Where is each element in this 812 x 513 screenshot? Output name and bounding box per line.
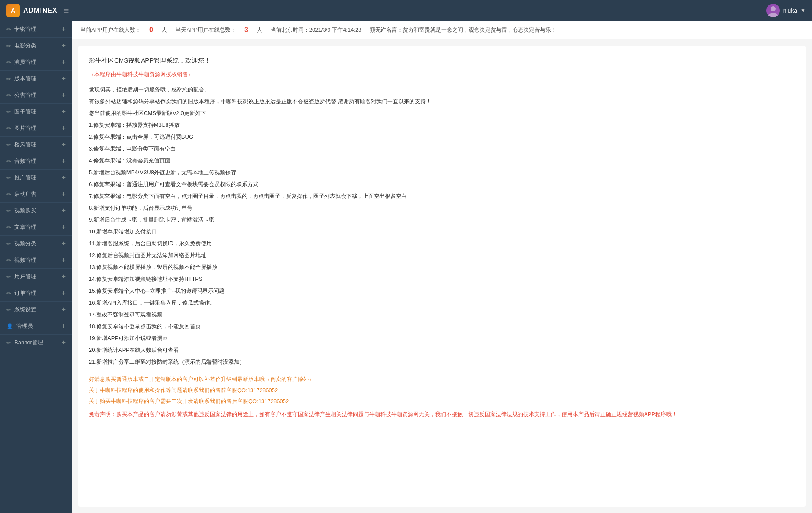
content-line-16: 14.修复安卓端添加视频链接地址不支持HTTPS bbox=[89, 274, 795, 285]
content-line-23: 21.新增推广分享二维码对接防封系统（演示的后端暂时没添加） bbox=[89, 357, 795, 368]
sidebar-add-8[interactable]: + bbox=[62, 157, 66, 165]
sidebar-add-17[interactable]: + bbox=[62, 306, 66, 313]
sidebar-label-6: 图片管理 bbox=[14, 124, 36, 132]
sidebar-item-16[interactable]: ✏ 订单管理 + bbox=[0, 285, 72, 302]
sidebar-add-6[interactable]: + bbox=[62, 124, 66, 132]
sidebar-icon-2: ✏ bbox=[6, 59, 11, 66]
sidebar-item-left-14: ✏ 视频管理 bbox=[6, 256, 36, 264]
sidebar-item-2[interactable]: ✏ 演员管理 + bbox=[0, 54, 72, 71]
sidebar-item-6[interactable]: ✏ 图片管理 + bbox=[0, 120, 72, 137]
sidebar-label-0: 卡密管理 bbox=[14, 25, 36, 33]
sidebar-item-left-12: ✏ 文章管理 bbox=[6, 223, 36, 231]
sidebar-item-1[interactable]: ✏ 电影分类 + bbox=[0, 38, 72, 54]
logo-text: ADMINEX bbox=[23, 7, 58, 14]
sidebar-item-left-16: ✏ 订单管理 bbox=[6, 289, 36, 297]
username-label: niuka bbox=[783, 7, 797, 14]
sidebar-add-12[interactable]: + bbox=[62, 223, 66, 231]
sidebar-item-left-17: ✏ 系统设置 bbox=[6, 306, 36, 313]
sidebar-label-2: 演员管理 bbox=[14, 58, 36, 66]
sidebar-item-left-0: ✏ 卡密管理 bbox=[6, 25, 36, 33]
sidebar-add-15[interactable]: + bbox=[62, 273, 66, 280]
sidebar-add-18[interactable]: + bbox=[62, 322, 66, 330]
sidebar-icon-11: ✏ bbox=[6, 208, 11, 214]
sidebar-item-4[interactable]: ✏ 公告管理 + bbox=[0, 87, 72, 104]
content-line-19: 17.整改不强制登录可观看视频 bbox=[89, 309, 795, 320]
sidebar-item-3[interactable]: ✏ 版本管理 + bbox=[0, 71, 72, 87]
sidebar-item-9[interactable]: ✏ 推广管理 + bbox=[0, 170, 72, 186]
sidebar-label-17: 系统设置 bbox=[14, 306, 36, 313]
sidebar-item-19[interactable]: ✏ Banner管理 + bbox=[0, 335, 72, 351]
content-subtitle: （本程序由牛咖科技牛咖资源网授权销售） bbox=[89, 69, 795, 80]
sidebar-add-1[interactable]: + bbox=[62, 42, 66, 49]
sidebar-add-11[interactable]: + bbox=[62, 207, 66, 214]
sidebar-item-7[interactable]: ✏ 楼凤管理 + bbox=[0, 137, 72, 153]
sidebar-add-10[interactable]: + bbox=[62, 190, 66, 198]
avatar bbox=[766, 4, 780, 17]
sidebar-item-10[interactable]: ✏ 启动广告 + bbox=[0, 186, 72, 203]
sidebar-add-13[interactable]: + bbox=[62, 240, 66, 247]
sidebar-item-12[interactable]: ✏ 文章管理 + bbox=[0, 219, 72, 236]
sidebar-add-2[interactable]: + bbox=[62, 58, 66, 66]
sidebar-item-left-15: ✏ 用户管理 bbox=[6, 273, 36, 280]
sidebar-item-left-2: ✏ 演员管理 bbox=[6, 58, 36, 66]
sidebar-item-14[interactable]: ✏ 视频管理 + bbox=[0, 252, 72, 269]
sidebar-label-4: 公告管理 bbox=[14, 91, 36, 99]
sidebar-item-left-5: ✏ 圈子管理 bbox=[6, 108, 36, 115]
sidebar-label-8: 音频管理 bbox=[14, 157, 36, 165]
sidebar-item-17[interactable]: ✏ 系统设置 + bbox=[0, 302, 72, 318]
sidebar-icon-17: ✏ bbox=[6, 307, 11, 313]
sidebar: ✏ 卡密管理 + ✏ 电影分类 + ✏ 演员管理 + ✏ 版本管理 + ✏ 公告… bbox=[0, 21, 72, 513]
menu-toggle-button[interactable]: ≡ bbox=[64, 6, 69, 16]
sidebar-add-4[interactable]: + bbox=[62, 91, 66, 99]
sidebar-item-left-3: ✏ 版本管理 bbox=[6, 75, 36, 82]
total-prefix: 当天APP用户在线总数： bbox=[176, 26, 236, 34]
content-line-4: 2.修复苹果端：点击全屏，可逃避付费BUG bbox=[89, 132, 795, 143]
footer-orange-line-1: 关于牛咖科技程序的使用和操作等问题请联系我们的售前客服QQ:1317286052 bbox=[89, 385, 795, 396]
content-line-9: 7.修复苹果端：电影分类下面有空白，点开圈子目录，再点击我的，再点击圈子，反复操… bbox=[89, 191, 795, 202]
content-line-5: 3.修复苹果端：电影分类下面有空白 bbox=[89, 143, 795, 154]
sidebar-add-9[interactable]: + bbox=[62, 174, 66, 181]
content-line-11: 9.新增后台生成卡密，批量删除卡密，前端激活卡密 bbox=[89, 214, 795, 225]
footer-orange-line-0: 好消息购买普通版本或二开定制版本的客户可以补差价升级到最新版本哦（倒卖的客户除外… bbox=[89, 374, 795, 385]
sidebar-item-8[interactable]: ✏ 音频管理 + bbox=[0, 153, 72, 170]
content-line-8: 6.修复苹果端：普通注册用户可查看文章板块需要会员权限的联系方式 bbox=[89, 179, 795, 190]
content-line-17: 15.修复安卓端个人中心--立即推广--我的邀请码显示问题 bbox=[89, 285, 795, 296]
sidebar-label-9: 推广管理 bbox=[14, 174, 36, 181]
content-line-15: 13.修复视频不能横屏播放，竖屏的视频不能全屏播放 bbox=[89, 262, 795, 273]
footer-disclaimer: 免责声明：购买本产品的客户请勿涉黄或其他违反国家法律的用途上，如有客户不遵守国家… bbox=[89, 409, 795, 420]
content-footer: 好消息购买普通版本或二开定制版本的客户可以补差价升级到最新版本哦（倒卖的客户除外… bbox=[89, 374, 795, 420]
sidebar-label-12: 文章管理 bbox=[14, 223, 36, 231]
header: A ADMINEX ≡ niuka ▼ bbox=[0, 0, 812, 21]
sidebar-add-14[interactable]: + bbox=[62, 256, 66, 264]
sidebar-item-5[interactable]: ✏ 圈子管理 + bbox=[0, 104, 72, 120]
content-line-13: 11.新增客服系统，后台自助切换ID，永久免费使用 bbox=[89, 238, 795, 249]
sidebar-item-left-19: ✏ Banner管理 bbox=[6, 339, 43, 346]
content-line-18: 16.新增API入库接口，一键采集入库，傻瓜式操作。 bbox=[89, 297, 795, 308]
sidebar-add-19[interactable]: + bbox=[62, 339, 66, 346]
sidebar-item-13[interactable]: ✏ 视频分类 + bbox=[0, 236, 72, 252]
sidebar-add-7[interactable]: + bbox=[62, 141, 66, 148]
sidebar-item-15[interactable]: ✏ 用户管理 + bbox=[0, 269, 72, 285]
sidebar-item-11[interactable]: ✏ 视频购买 + bbox=[0, 203, 72, 219]
sidebar-item-0[interactable]: ✏ 卡密管理 + bbox=[0, 21, 72, 38]
total-count: 3 bbox=[244, 26, 248, 34]
status-bar: 当前APP用户在线人数： 0 人 当天APP用户在线总数： 3 人 当前北京时间… bbox=[72, 21, 812, 39]
content-line-6: 4.修复苹果端：没有会员充值页面 bbox=[89, 155, 795, 166]
content-line-21: 19.新增APP可添加小说或者漫画 bbox=[89, 333, 795, 344]
sidebar-item-left-1: ✏ 电影分类 bbox=[6, 42, 36, 49]
sidebar-item-left-9: ✏ 推广管理 bbox=[6, 174, 36, 181]
sidebar-icon-5: ✏ bbox=[6, 109, 11, 115]
sidebar-icon-7: ✏ bbox=[6, 142, 11, 148]
sidebar-icon-1: ✏ bbox=[6, 43, 11, 49]
sidebar-add-3[interactable]: + bbox=[62, 75, 66, 82]
user-menu[interactable]: niuka ▼ bbox=[766, 4, 806, 17]
sidebar-icon-16: ✏ bbox=[6, 290, 11, 296]
sidebar-icon-19: ✏ bbox=[6, 340, 11, 346]
main-content: 当前APP用户在线人数： 0 人 当天APP用户在线总数： 3 人 当前北京时间… bbox=[72, 21, 812, 513]
sidebar-icon-18: 👤 bbox=[6, 323, 13, 329]
sidebar-add-16[interactable]: + bbox=[62, 289, 66, 297]
sidebar-item-18[interactable]: 👤 管理员 + bbox=[0, 318, 72, 335]
sidebar-item-left-13: ✏ 视频分类 bbox=[6, 240, 36, 247]
sidebar-add-0[interactable]: + bbox=[62, 25, 66, 33]
sidebar-add-5[interactable]: + bbox=[62, 108, 66, 115]
